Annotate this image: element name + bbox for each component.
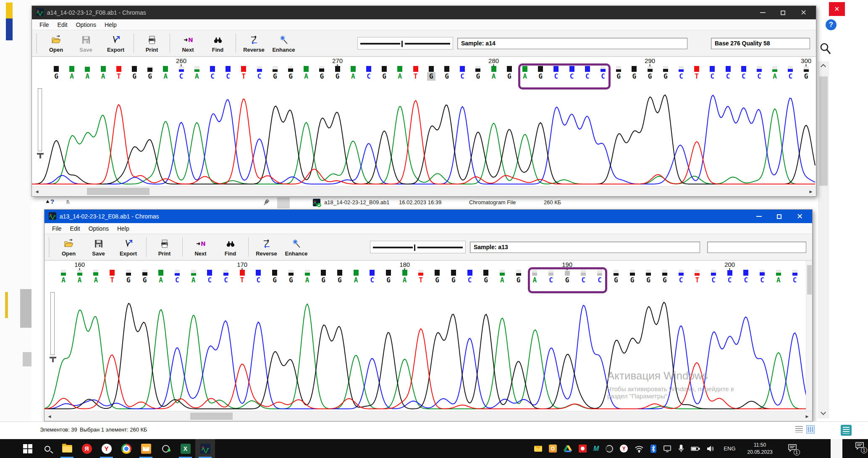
explorer-file-row[interactable]: ? I\ a18_14-02-23-12_B09.ab1 16.02.2023 …: [31, 197, 816, 209]
speaker-icon[interactable]: [707, 445, 714, 452]
base-call-letter[interactable]: A: [161, 72, 170, 81]
close-button[interactable]: ✕: [829, 2, 845, 16]
export-button[interactable]: Export: [101, 34, 131, 53]
horizontal-scrollbar[interactable]: ◀ ▶: [32, 186, 816, 196]
next-button[interactable]: NNext: [186, 237, 215, 257]
base-call-letter[interactable]: G: [614, 72, 623, 81]
search-button[interactable]: [37, 439, 57, 458]
display-tray-icon[interactable]: [663, 445, 671, 453]
chrome-button[interactable]: [116, 439, 136, 458]
magnifier-icon[interactable]: [819, 42, 831, 57]
base-call-letter[interactable]: G: [514, 276, 523, 284]
microphone-icon[interactable]: [678, 445, 684, 453]
vpn-tray-icon[interactable]: [606, 445, 613, 453]
base-call-letter[interactable]: C: [726, 276, 734, 284]
find-button[interactable]: Find: [215, 237, 245, 257]
find-button[interactable]: Find: [203, 34, 233, 53]
open-button[interactable]: Open: [41, 34, 71, 53]
base-call-letter[interactable]: C: [173, 276, 181, 284]
base-call-letter[interactable]: G: [384, 276, 393, 284]
menu-file[interactable]: File: [48, 224, 66, 233]
base-call-letter[interactable]: A: [76, 276, 84, 284]
base-call-letter[interactable]: G: [271, 72, 279, 81]
base-call-letter[interactable]: C: [677, 276, 685, 284]
menu-help[interactable]: Help: [100, 21, 121, 29]
scroll-down-icon[interactable]: [821, 410, 826, 415]
base-call-letter[interactable]: G: [380, 72, 388, 81]
base-call-letter[interactable]: G: [319, 276, 328, 284]
maximize-button[interactable]: [777, 214, 781, 219]
base-call-letter[interactable]: G: [644, 276, 653, 284]
enhance-button[interactable]: Enhance: [281, 237, 311, 257]
base-call-letter[interactable]: G: [630, 72, 638, 81]
secondary-notification-icon[interactable]: 1: [855, 442, 864, 452]
zoom-slider[interactable]: [370, 241, 466, 253]
print-button[interactable]: Print: [137, 34, 167, 53]
base-call-letter[interactable]: G: [449, 276, 458, 284]
base-call-letter[interactable]: C: [709, 276, 718, 284]
scrollbar-thumb[interactable]: [807, 265, 812, 295]
reverse-button[interactable]: Reverse: [252, 237, 281, 257]
base-call-letter[interactable]: T: [115, 72, 123, 81]
base-call-letter[interactable]: G: [333, 72, 342, 81]
maximize-button[interactable]: [781, 11, 785, 15]
base-call-letter[interactable]: A: [83, 72, 92, 81]
base-call-letter[interactable]: A: [189, 276, 198, 284]
scroll-right-icon[interactable]: ▶: [806, 187, 816, 196]
base-call-letter[interactable]: C: [255, 72, 264, 81]
menu-edit[interactable]: Edit: [53, 21, 72, 29]
base-call-letter[interactable]: G: [317, 72, 326, 81]
close-button[interactable]: ✕: [797, 213, 803, 220]
enhance-button[interactable]: Enhance: [269, 34, 299, 53]
zoom-slider[interactable]: [357, 37, 453, 50]
scroll-up-icon[interactable]: [821, 64, 826, 69]
scrollbar-thumb[interactable]: [190, 413, 233, 420]
base-call-letter[interactable]: G: [628, 276, 637, 284]
next-button[interactable]: NNext: [173, 34, 203, 53]
base-call-letter[interactable]: G: [286, 72, 295, 81]
base-call-letter[interactable]: A: [396, 72, 404, 81]
base-call-letter[interactable]: C: [368, 276, 376, 284]
wifi-icon[interactable]: [635, 445, 644, 453]
base-call-letter[interactable]: A: [352, 276, 360, 284]
base-call-letter[interactable]: A: [92, 276, 100, 284]
camera-tray-icon[interactable]: [579, 445, 587, 453]
base-call-letter[interactable]: G: [270, 276, 279, 284]
base-call-letter[interactable]: T: [692, 72, 701, 81]
outlook-button[interactable]: [136, 439, 156, 458]
base-call-letter[interactable]: G: [427, 72, 435, 81]
base-call-letter[interactable]: A: [59, 276, 68, 284]
base-call-letter[interactable]: A: [498, 276, 506, 284]
google-drive-icon[interactable]: [564, 445, 572, 453]
base-call-letter[interactable]: C: [677, 72, 685, 81]
file-explorer-button[interactable]: [57, 439, 77, 458]
base-call-letter[interactable]: G: [646, 72, 654, 81]
base-call-letter[interactable]: G: [52, 72, 60, 81]
save-button[interactable]: Save: [84, 237, 113, 257]
base-call-letter[interactable]: G: [146, 72, 154, 81]
base-call-letter[interactable]: C: [708, 72, 716, 81]
language-indicator[interactable]: ENG: [724, 445, 735, 452]
chromatogram-area[interactable]: 160170180190200AAATGGACACCTCGGAGGACGATGG…: [45, 261, 812, 421]
base-call-letter[interactable]: G: [612, 276, 620, 284]
base-call-letter[interactable]: C: [466, 276, 474, 284]
scroll-right-icon[interactable]: ▶: [802, 411, 812, 421]
base-call-letter[interactable]: G: [433, 276, 441, 284]
scroll-left-icon[interactable]: ◀: [32, 187, 42, 196]
reverse-button[interactable]: Reverse: [239, 34, 269, 53]
base-call-letter[interactable]: G: [802, 72, 810, 81]
bluetooth-icon[interactable]: [650, 445, 656, 453]
file-name[interactable]: a18_14-02-23-12_B09.ab1: [324, 199, 389, 205]
base-call-letter[interactable]: A: [349, 72, 357, 81]
vertical-scrollbar[interactable]: [806, 261, 812, 411]
start-button[interactable]: [18, 439, 37, 458]
titlebar[interactable]: a13_14-02-23-12_E08.ab1 - Chromas ✕: [45, 210, 812, 223]
base-call-letter[interactable]: C: [742, 276, 750, 284]
base-call-letter[interactable]: G: [141, 276, 149, 284]
base-call-letter[interactable]: C: [222, 276, 230, 284]
menu-edit[interactable]: Edit: [66, 224, 84, 233]
base-call-letter[interactable]: A: [157, 276, 165, 284]
help-icon[interactable]: ?: [826, 19, 837, 30]
base-call-letter[interactable]: C: [786, 72, 795, 81]
base-call-letter[interactable]: A: [401, 276, 409, 284]
